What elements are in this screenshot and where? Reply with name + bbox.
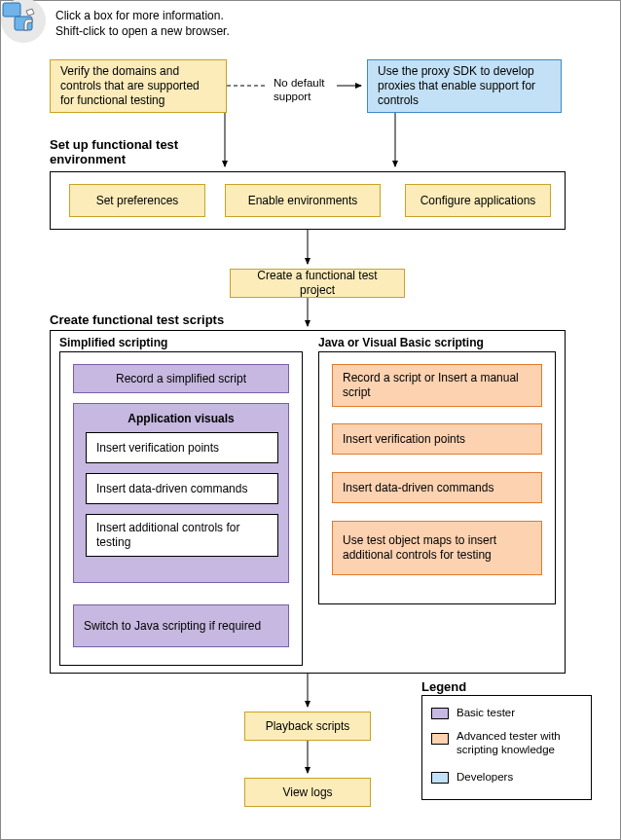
box-create-project[interactable]: Create a functional test project (230, 269, 405, 298)
box-record-simplified[interactable]: Record a simplified script (73, 364, 289, 393)
svg-rect-1 (3, 3, 20, 17)
box-insert-datadriven-simplified[interactable]: Insert data-driven commands (86, 473, 278, 504)
hint-text: Click a box for more information. Shift-… (55, 9, 230, 39)
svg-rect-2 (15, 17, 32, 30)
label-create-scripts: Create functional test scripts (50, 312, 224, 327)
hint-line-2: Shift-click to open a new browser. (55, 24, 230, 40)
legend-text-advanced: Advanced tester with scripting knowledge (457, 730, 583, 757)
legend-swatch-developers (431, 772, 449, 784)
box-test-object-maps[interactable]: Use test object maps to insert additiona… (332, 521, 542, 575)
box-view-logs[interactable]: View logs (244, 778, 371, 807)
box-verify-domains[interactable]: Verify the domains and controls that are… (50, 59, 227, 113)
box-proxy-sdk[interactable]: Use the proxy SDK to develop proxies tha… (367, 59, 562, 113)
label-setup-environment: Set up functional test environment (50, 137, 215, 166)
box-insert-verification-java[interactable]: Insert verification points (332, 423, 542, 455)
legend-swatch-advanced (431, 733, 449, 745)
box-switch-to-java[interactable]: Switch to Java scripting if required (73, 604, 289, 647)
legend-swatch-basic (431, 708, 449, 719)
hint-line-1: Click a box for more information. (55, 9, 230, 24)
box-record-script-java[interactable]: Record a script or Insert a manual scrip… (332, 364, 542, 407)
diagram-page: Click a box for more information. Shift-… (0, 0, 621, 840)
legend-text-basic: Basic tester (457, 707, 515, 720)
box-application-visuals: Application visuals Insert verification … (73, 403, 289, 583)
legend-title: Legend (421, 679, 466, 694)
box-insert-verification-simplified[interactable]: Insert verification points (86, 432, 278, 463)
box-set-preferences[interactable]: Set preferences (69, 184, 205, 217)
label-simplified-scripting: Simplified scripting (59, 336, 167, 349)
box-configure-applications[interactable]: Configure applications (405, 184, 551, 217)
box-playback-scripts[interactable]: Playback scripts (244, 712, 371, 741)
box-insert-datadriven-java[interactable]: Insert data-driven commands (332, 472, 542, 503)
box-enable-environments[interactable]: Enable environments (225, 184, 381, 217)
legend-text-developers: Developers (457, 771, 513, 785)
label-java-vb-scripting: Java or Visual Basic scripting (318, 336, 484, 349)
info-icon (0, 0, 51, 46)
box-insert-additional-simplified[interactable]: Insert additional controls for testing (86, 514, 278, 557)
label-no-default-support: No default support (274, 77, 342, 104)
label-application-visuals: Application visuals (74, 404, 288, 432)
